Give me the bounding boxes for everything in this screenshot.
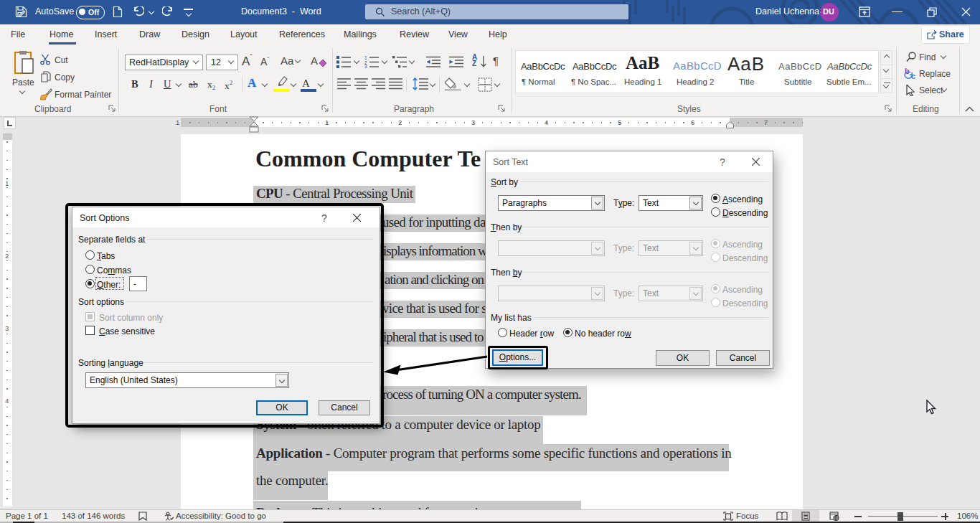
svg-text:3: 3: [364, 64, 367, 68]
